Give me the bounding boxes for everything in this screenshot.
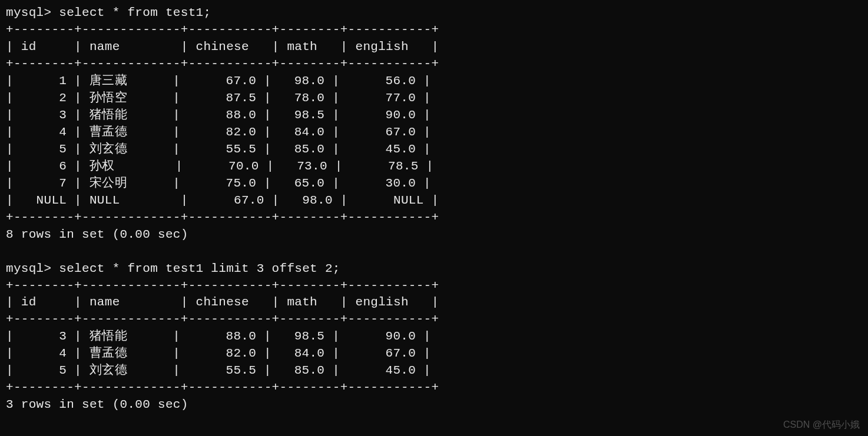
mysql-terminal-output: mysql> select * from test1; +--------+--… [6,5,862,414]
csdn-watermark: CSDN @代码小娥 [783,418,860,431]
